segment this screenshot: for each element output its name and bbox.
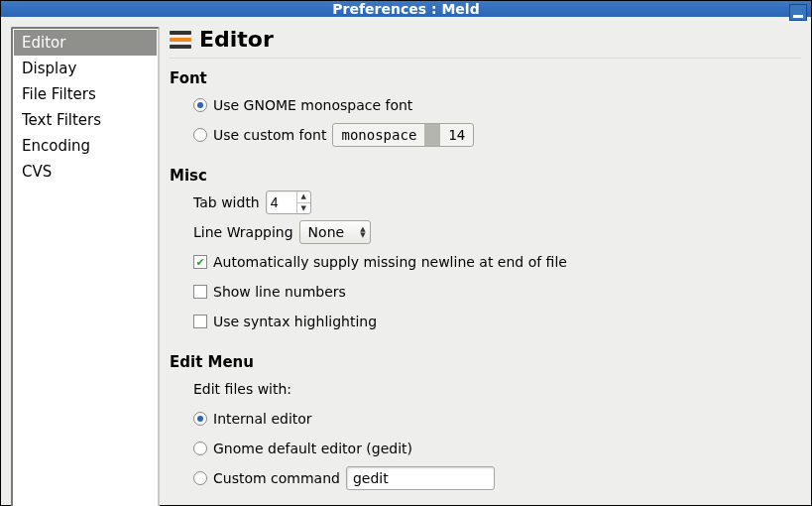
page-title: Editor bbox=[199, 27, 274, 52]
category-sidebar: Editor Display File Filters Text Filters… bbox=[11, 27, 160, 506]
preferences-window: Preferences : Meld Editor Display File F… bbox=[0, 0, 812, 506]
header-divider bbox=[170, 58, 801, 60]
syntax-highlight-checkbox[interactable] bbox=[193, 315, 207, 328]
gnome-default-editor-radio[interactable] bbox=[193, 442, 207, 455]
sidebar-item-text-filters[interactable]: Text Filters bbox=[14, 107, 157, 133]
auto-newline-checkbox[interactable]: ✔ bbox=[193, 255, 207, 269]
misc-section-label: Misc bbox=[170, 167, 801, 185]
use-gnome-font-label: Use GNOME monospace font bbox=[213, 97, 412, 113]
custom-font-field[interactable]: monospace 14 bbox=[332, 123, 474, 147]
minimize-button[interactable] bbox=[789, 4, 807, 21]
custom-command-label: Custom command bbox=[213, 470, 340, 486]
auto-newline-label: Automatically supply missing newline at … bbox=[213, 254, 567, 270]
custom-command-radio[interactable] bbox=[193, 471, 207, 485]
internal-editor-label: Internal editor bbox=[213, 411, 312, 427]
edit-menu-section-label: Edit Menu bbox=[170, 353, 801, 371]
custom-command-input[interactable] bbox=[346, 466, 495, 490]
use-custom-font-label: Use custom font bbox=[213, 127, 326, 143]
main-panel: Editor Font Use GNOME monospace font Use… bbox=[170, 27, 801, 506]
window-title: Preferences : Meld bbox=[332, 1, 479, 17]
titlebar: Preferences : Meld bbox=[1, 1, 811, 17]
tab-width-down-icon[interactable]: ▼ bbox=[297, 203, 310, 214]
font-section-label: Font bbox=[170, 69, 801, 87]
line-numbers-checkbox[interactable] bbox=[193, 285, 207, 299]
tab-width-stepper[interactable]: ▲▼ bbox=[266, 190, 311, 214]
line-wrapping-label: Line Wrapping bbox=[193, 224, 293, 240]
tab-width-up-icon[interactable]: ▲ bbox=[297, 191, 310, 203]
edit-files-with-label: Edit files with: bbox=[193, 381, 291, 397]
sidebar-item-encoding[interactable]: Encoding bbox=[14, 133, 157, 159]
internal-editor-radio[interactable] bbox=[193, 412, 207, 426]
syntax-highlight-label: Use syntax highlighting bbox=[213, 314, 377, 329]
use-custom-font-radio[interactable] bbox=[193, 128, 207, 142]
tab-width-label: Tab width bbox=[193, 194, 260, 210]
line-numbers-label: Show line numbers bbox=[213, 284, 346, 300]
gnome-default-editor-label: Gnome default editor (gedit) bbox=[213, 441, 412, 456]
line-wrapping-combo[interactable]: None ▲▼ bbox=[299, 220, 371, 244]
chevron-updown-icon: ▲▼ bbox=[360, 226, 365, 238]
sidebar-item-cvs[interactable]: CVS bbox=[14, 159, 157, 185]
sidebar-item-editor[interactable]: Editor bbox=[14, 30, 157, 56]
editor-icon bbox=[170, 31, 191, 49]
sidebar-item-file-filters[interactable]: File Filters bbox=[14, 81, 157, 107]
use-gnome-font-radio[interactable] bbox=[193, 98, 207, 112]
sidebar-item-display[interactable]: Display bbox=[14, 56, 157, 81]
tab-width-input[interactable] bbox=[267, 191, 296, 213]
